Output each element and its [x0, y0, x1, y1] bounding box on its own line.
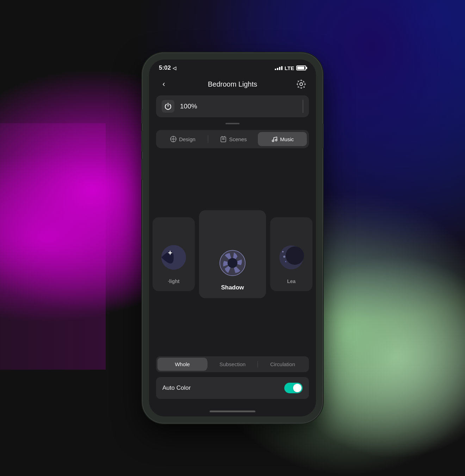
volume-down-button: [141, 159, 143, 180]
shadow-icon: [218, 249, 247, 278]
slider-bar: [225, 123, 240, 124]
background-left-glow: [0, 123, 106, 370]
svg-point-11: [275, 139, 277, 141]
svg-point-17: [286, 246, 304, 265]
signal-bar-2: [277, 68, 278, 70]
power-button[interactable]: [162, 100, 174, 113]
svg-point-10: [272, 140, 274, 142]
auto-color-toggle[interactable]: [284, 383, 303, 393]
mute-button: [141, 109, 143, 124]
shadow-name: Shadow: [221, 284, 244, 291]
toggle-knob: [293, 384, 302, 392]
tab-scenes-label: Scenes: [229, 136, 247, 142]
tab-design-label: Design: [179, 136, 196, 142]
bottom-controls: Whole Subsection Circulation Auto C: [149, 356, 316, 406]
header: ‹ Bedroom Lights: [149, 74, 316, 95]
segment-whole[interactable]: Whole: [157, 358, 207, 371]
svg-point-18: [283, 256, 285, 258]
svg-point-14: [228, 258, 237, 268]
phone-device: 5:02 ◁ LTE: [143, 53, 322, 423]
tab-scenes[interactable]: Scenes: [209, 132, 258, 146]
tab-design[interactable]: Design: [158, 132, 207, 146]
scene-card-starlight[interactable]: ·light: [153, 217, 195, 291]
power-brightness-row: 100%: [156, 95, 309, 117]
row-divider: [303, 100, 303, 113]
signal-bar-3: [279, 67, 280, 70]
page-title: Bedroom Lights: [208, 80, 257, 88]
home-indicator: [149, 406, 316, 416]
svg-point-19: [285, 261, 286, 262]
starlight-name: ·light: [168, 278, 179, 284]
back-button[interactable]: ‹: [157, 78, 170, 90]
scene-card-shadow[interactable]: Shadow: [199, 210, 266, 298]
gear-icon: [296, 79, 306, 89]
signal-bar-1: [275, 69, 276, 70]
svg-point-2: [173, 138, 174, 140]
phone-screen: 5:02 ◁ LTE: [149, 60, 316, 416]
auto-color-label: Auto Color: [162, 384, 191, 392]
location-icon: ◁: [173, 65, 176, 71]
battery-icon: [296, 65, 306, 70]
scene-card-leaf[interactable]: Lea: [270, 217, 312, 291]
home-bar: [210, 411, 255, 412]
tab-divider-1: [208, 135, 208, 143]
segment-control: Whole Subsection Circulation: [156, 356, 309, 372]
segment-subsection[interactable]: Subsection: [207, 358, 257, 371]
phone-frame: 5:02 ◁ LTE: [143, 53, 322, 423]
brightness-value: 100%: [180, 102, 197, 110]
volume-up-button: [141, 131, 143, 152]
tab-bar: Design Scenes: [156, 130, 309, 148]
starlight-icon: [160, 243, 188, 273]
power-icon: [164, 102, 172, 110]
power-button: [322, 124, 324, 148]
leaf-icon: [277, 243, 305, 273]
signal-bars: [275, 66, 283, 70]
signal-bar-4: [281, 66, 283, 70]
app-content: ‹ Bedroom Lights: [149, 74, 316, 416]
leaf-name: Lea: [287, 278, 296, 284]
status-icons: LTE: [275, 65, 306, 71]
tab-music-label: Music: [280, 136, 294, 142]
music-icon: [271, 136, 278, 143]
back-chevron-icon: ‹: [162, 80, 165, 88]
lte-label: LTE: [285, 65, 294, 71]
auto-color-row: Auto Color: [156, 377, 309, 399]
design-icon: [170, 136, 177, 143]
scenes-carousel: ·light: [149, 155, 316, 353]
segment-circulation[interactable]: Circulation: [258, 358, 308, 371]
settings-button[interactable]: [295, 78, 308, 90]
scenes-icon: [220, 136, 227, 143]
svg-point-20: [282, 251, 284, 252]
phone-notch: [204, 60, 261, 71]
status-time: 5:02 ◁: [159, 64, 176, 71]
tab-music[interactable]: Music: [258, 132, 307, 146]
svg-point-0: [297, 80, 305, 88]
